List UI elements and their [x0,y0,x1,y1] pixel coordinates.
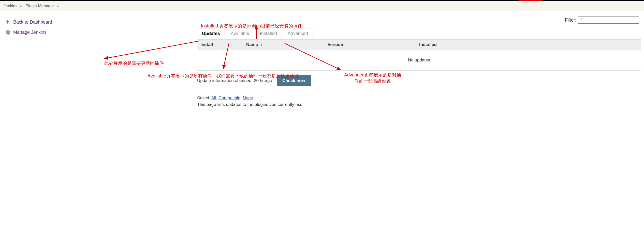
sidebar-back-to-dashboard[interactable]: Back to Dashboard [3,17,78,27]
updates-table: Install Name ↓ Version Installed No upda… [197,39,641,71]
search-icon [579,18,584,23]
svg-line-0 [107,41,200,58]
col-installed[interactable]: Installed [416,40,641,50]
up-arrow-icon [4,19,11,26]
sidebar-item-label: Back to Dashboard [13,20,52,25]
check-now-button[interactable]: Check now [277,75,311,86]
col-name[interactable]: Name ↓ [243,40,325,50]
chevron-right-icon: ▸ [20,4,22,8]
sidebar: Back to Dashboard Manage Jenkins [0,15,81,117]
tab-row: Updates Available Installed Advanced [197,28,641,39]
table-empty-message: No updates [197,50,641,70]
col-install[interactable]: Install [197,40,243,50]
filter-searchbox[interactable] [578,17,639,24]
filter-input[interactable] [584,17,638,23]
annotation-updates: 此处展示的是需要更新的插件 [104,60,164,66]
sort-arrow-icon: ↓ [260,42,262,47]
table-header-row: Install Name ↓ Version Installed [197,40,641,50]
sidebar-item-label: Manage Jenkins [13,30,47,35]
select-none-link[interactable]: None [243,95,253,100]
select-prefix: Select: [197,95,211,100]
tab-updates[interactable]: Updates [197,28,225,39]
page-hint: This page lists updates to the plugins y… [197,102,641,107]
breadcrumb-jenkins[interactable]: Jenkins [2,4,19,8]
col-version[interactable]: Version [325,40,416,50]
sidebar-manage-jenkins[interactable]: Manage Jenkins [3,27,78,37]
select-compatible-link[interactable]: Compatible [218,95,240,100]
breadcrumb-plugin-manager[interactable]: Plugin Manager [24,4,55,8]
select-all-link[interactable]: All [211,95,216,100]
main-content: Filter: Updates Available Installed Adva… [81,15,644,117]
filter-label: Filter: [565,18,576,23]
chevron-right-icon: ▸ [57,4,59,8]
update-info-text: Update information obtained: 20 hr ago [197,78,272,83]
breadcrumb: Jenkins ▸ Plugin Manager ▸ [0,1,644,11]
tab-advanced[interactable]: Advanced [283,28,313,39]
gear-icon [4,29,11,36]
tab-installed[interactable]: Installed [255,28,282,39]
col-name-label: Name [246,42,258,47]
tab-available[interactable]: Available [226,28,254,39]
select-row: Select: All, Compatible, None [197,95,641,101]
